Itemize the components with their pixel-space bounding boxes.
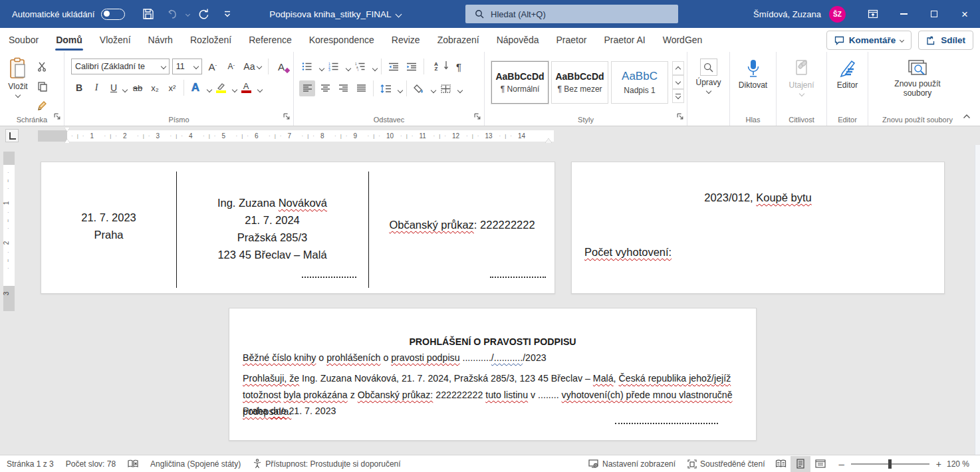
- minimize-button[interactable]: [888, 0, 919, 28]
- tab-revize[interactable]: Revize: [383, 28, 429, 52]
- share-button[interactable]: Sdílet: [918, 31, 973, 50]
- editing-button[interactable]: Úpravy: [690, 57, 727, 94]
- underline-button[interactable]: U: [106, 80, 122, 96]
- editor-button[interactable]: Editor: [830, 57, 865, 91]
- font-dialog-launcher-icon[interactable]: [283, 111, 291, 123]
- text-effects-button[interactable]: A: [187, 80, 203, 96]
- shading-button[interactable]: [411, 80, 427, 96]
- tab-reference[interactable]: Reference: [240, 28, 301, 52]
- bullets-button[interactable]: [299, 59, 315, 74]
- borders-button[interactable]: [437, 80, 453, 96]
- collapse-ribbon-icon[interactable]: [963, 110, 971, 122]
- label-sheet-1[interactable]: 21. 7. 2023 Praha Ing. Zuzana Nováková 2…: [41, 162, 555, 294]
- paragraph-dialog-launcher-icon[interactable]: [474, 111, 481, 123]
- label-sheet-2[interactable]: 2023/012, Koupě bytu Počet vyhotovení:: [571, 162, 945, 294]
- accessibility-status[interactable]: Přístupnost: Prostudujte si doporučení: [247, 455, 406, 472]
- line-spacing-dropdown-icon[interactable]: [398, 87, 403, 92]
- tab-praetor[interactable]: Praetor: [548, 28, 596, 52]
- font-color-dropdown-icon[interactable]: [257, 87, 263, 92]
- superscript-button[interactable]: x²: [164, 80, 180, 96]
- zoom-in-button[interactable]: +: [935, 455, 945, 472]
- tab-vlozeni[interactable]: Vložení: [91, 28, 140, 52]
- clear-formatting-button[interactable]: A: [273, 59, 289, 74]
- style-heading1[interactable]: AaBbC Nadpis 1: [611, 61, 668, 104]
- print-layout-icon[interactable]: [791, 456, 810, 472]
- paste-button[interactable]: Vložit: [3, 56, 33, 114]
- clipboard-dialog-launcher-icon[interactable]: [54, 111, 61, 123]
- shrink-font-button[interactable]: Aˇ: [223, 59, 239, 74]
- strikethrough-button[interactable]: ab: [130, 80, 146, 96]
- bullets-dropdown-icon[interactable]: [319, 65, 324, 70]
- autosave-toggle[interactable]: [101, 9, 125, 20]
- tab-praetor-ai[interactable]: Praetor AI: [595, 28, 654, 52]
- styles-gallery-more-icon[interactable]: [672, 89, 684, 103]
- proofing-errors-icon[interactable]: [122, 455, 144, 472]
- decrease-indent-icon[interactable]: [386, 59, 402, 74]
- shading-dropdown-icon[interactable]: [431, 87, 436, 92]
- ribbon-display-options-icon[interactable]: [858, 0, 888, 28]
- document-title[interactable]: Podpisova kniha_stitky_FINAL: [269, 9, 401, 19]
- style-normal[interactable]: AaBbCcDd ¶ Normální: [491, 61, 549, 104]
- display-settings-button[interactable]: Nastavení zobrazení: [582, 455, 681, 472]
- styles-gallery-up-icon[interactable]: [672, 61, 684, 75]
- document-canvas[interactable]: ·ı· 1 ·ı· 2 ·ı· 3 21. 7. 2023 Praha Ing.…: [0, 145, 980, 455]
- right-indent-marker[interactable]: [545, 135, 552, 143]
- tab-zobrazeni[interactable]: Zobrazení: [429, 28, 488, 52]
- bold-button[interactable]: B: [71, 80, 87, 96]
- grow-font-button[interactable]: Aˆ: [205, 59, 221, 74]
- align-left-button[interactable]: [299, 80, 315, 96]
- text-effects-dropdown-icon[interactable]: [207, 87, 212, 92]
- vertical-ruler[interactable]: ·ı· 1 ·ı· 2 ·ı· 3: [3, 152, 15, 311]
- multilevel-list-button[interactable]: 1ai: [352, 59, 368, 74]
- numbering-button[interactable]: 123: [326, 59, 342, 74]
- horizontal-ruler[interactable]: 1 2 3 4 5 6 7 8 9 10 11 12 13 14: [38, 130, 554, 142]
- zoom-level[interactable]: 120 %: [945, 459, 976, 469]
- user-name[interactable]: Šmídová, Zuzana: [753, 9, 821, 19]
- page-indicator[interactable]: Stránka 1 z 3: [0, 455, 60, 472]
- focus-reading-button[interactable]: Soustředěné čtení: [681, 455, 771, 472]
- multilevel-dropdown-icon[interactable]: [372, 65, 378, 70]
- highlight-dropdown-icon[interactable]: [232, 87, 237, 92]
- numbering-dropdown-icon[interactable]: [346, 65, 351, 70]
- styles-dialog-launcher-icon[interactable]: [677, 111, 684, 123]
- styles-gallery-down-icon[interactable]: [672, 75, 684, 89]
- web-layout-icon[interactable]: [810, 456, 830, 472]
- justify-button[interactable]: [353, 80, 369, 96]
- language-indicator[interactable]: Angličtina (Spojené státy): [144, 455, 247, 472]
- indent-marker[interactable]: [64, 128, 70, 144]
- label-sheet-3[interactable]: PROHLÁŠENÍ O PRAVOSTI PODPISU Běžné čísl…: [229, 308, 757, 441]
- tab-selector[interactable]: [5, 129, 19, 142]
- word-count[interactable]: Počet slov: 78: [60, 455, 122, 472]
- reuse-files-button[interactable]: Znovu použít soubory: [878, 57, 957, 99]
- save-icon[interactable]: [138, 4, 158, 24]
- style-no-spacing[interactable]: AaBbCcDd ¶ Bez mezer: [551, 61, 608, 104]
- vertical-scrollbar[interactable]: [975, 145, 980, 455]
- cut-icon[interactable]: [35, 59, 51, 74]
- increase-indent-icon[interactable]: [404, 59, 420, 74]
- tab-domu[interactable]: Domů: [47, 28, 91, 52]
- avatar[interactable]: ŠZ: [829, 6, 846, 23]
- tab-navrh[interactable]: Návrh: [140, 28, 182, 52]
- sort-button[interactable]: A Z: [428, 59, 444, 74]
- copy-icon[interactable]: [35, 78, 51, 94]
- line-spacing-button[interactable]: [378, 80, 394, 96]
- zoom-out-button[interactable]: –: [830, 455, 845, 472]
- show-formatting-button[interactable]: ¶: [451, 59, 467, 74]
- dictate-button[interactable]: Diktovat: [733, 57, 773, 91]
- align-right-button[interactable]: [335, 80, 351, 96]
- italic-button[interactable]: I: [88, 80, 104, 96]
- read-mode-icon[interactable]: [771, 456, 791, 472]
- tab-korespondence[interactable]: Korespondence: [301, 28, 383, 52]
- subscript-button[interactable]: x₂: [147, 80, 163, 96]
- tab-wordgen[interactable]: WordGen: [654, 28, 711, 52]
- customize-qat-icon[interactable]: [217, 4, 237, 24]
- search-input[interactable]: Hledat (Alt+Q): [465, 5, 678, 23]
- highlight-button[interactable]: [213, 80, 229, 96]
- tab-napoveda[interactable]: Nápověda: [488, 28, 548, 52]
- zoom-slider[interactable]: [851, 463, 929, 465]
- font-name-select[interactable]: Calibri (Základní te: [71, 59, 170, 74]
- tab-rozlozeni[interactable]: Rozložení: [182, 28, 240, 52]
- change-case-button[interactable]: Aa: [242, 59, 263, 74]
- format-painter-icon[interactable]: [35, 98, 51, 114]
- tab-soubor[interactable]: Soubor: [0, 28, 47, 52]
